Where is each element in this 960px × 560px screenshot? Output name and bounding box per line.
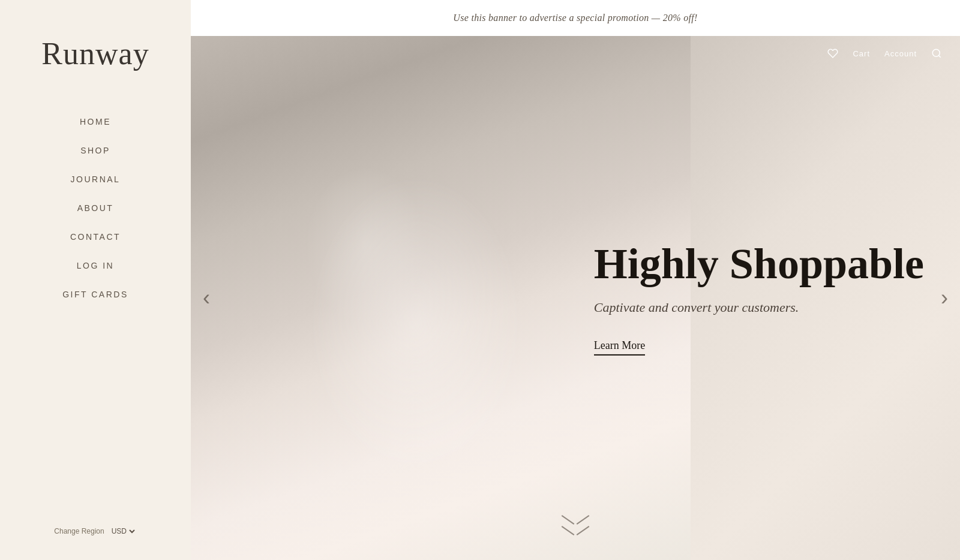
nav-item-gift-cards[interactable]: GIFT CARDS (0, 280, 191, 309)
nav-item-login[interactable]: LOG IN (0, 251, 191, 280)
svg-point-0 (932, 49, 940, 56)
promo-banner: Use this banner to advertise a special p… (191, 0, 960, 36)
hero-cta-button[interactable]: Learn More (594, 339, 645, 356)
hero-section: Cart Account ‹ › Highly Shoppable Captiv… (191, 36, 960, 560)
hero-text-block: Highly Shoppable Captivate and convert y… (594, 240, 924, 356)
logo[interactable]: Runway (41, 36, 149, 71)
account-label: Account (884, 49, 917, 58)
main-content: Use this banner to advertise a special p… (191, 0, 960, 560)
wishlist-button[interactable] (827, 48, 838, 59)
cart-label: Cart (853, 49, 870, 58)
main-navigation: HOMESHOPJOURNALABOUTCONTACTLOG INGIFT CA… (0, 107, 191, 309)
promo-text: Use this banner to advertise a special p… (453, 13, 697, 23)
header-icons-bar: Cart Account (191, 36, 960, 71)
nav-item-shop[interactable]: SHOP (0, 136, 191, 165)
svg-line-1 (938, 55, 940, 57)
hero-subtext: Captivate and convert your customers. (594, 300, 924, 315)
account-button[interactable]: Account (884, 49, 917, 58)
search-button[interactable] (931, 48, 942, 59)
sidebar: Runway HOMESHOPJOURNALABOUTCONTACTLOG IN… (0, 0, 191, 560)
nav-item-home[interactable]: HOME (0, 107, 191, 136)
nav-item-contact[interactable]: CONTACT (0, 222, 191, 251)
heart-icon (827, 48, 838, 59)
slide-arrow-left[interactable]: ‹ (197, 281, 216, 315)
hero-headline: Highly Shoppable (594, 240, 924, 288)
change-region-label: Change Region (54, 527, 104, 535)
cart-button[interactable]: Cart (853, 49, 870, 58)
search-icon (931, 48, 942, 59)
currency-select[interactable]: USD EUR GBP (109, 526, 137, 536)
chevron-down-icon-2 (560, 524, 590, 542)
nav-item-about[interactable]: ABOUT (0, 194, 191, 222)
scroll-indicator (560, 513, 590, 542)
slide-arrow-right[interactable]: › (935, 281, 954, 315)
change-region: Change Region USD EUR GBP (0, 526, 191, 536)
nav-item-journal[interactable]: JOURNAL (0, 165, 191, 194)
